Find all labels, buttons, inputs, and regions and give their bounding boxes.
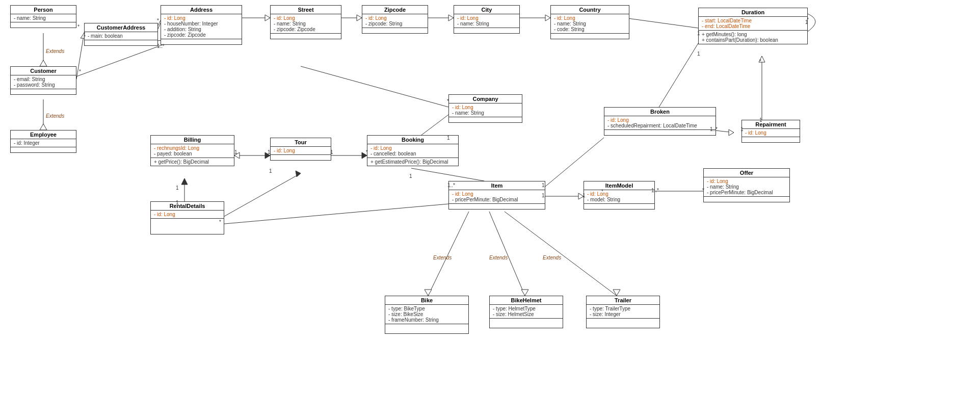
- class-city-attrs: - id: Long - name: String: [454, 14, 519, 28]
- class-person-attrs: - name: String: [11, 14, 76, 22]
- mult-28: *: [759, 59, 761, 64]
- class-billing-header: Billing: [151, 136, 234, 144]
- class-bike: Bike - type: BikeType - size: BikeSize -…: [385, 296, 469, 334]
- class-address-header: Address: [161, 6, 242, 14]
- mult-29: *: [79, 69, 81, 74]
- svg-line-46: [505, 212, 617, 296]
- class-employee-methods: [11, 147, 76, 152]
- mult-12: 1..*: [651, 188, 659, 193]
- mult-25: 1: [697, 51, 700, 57]
- mult-17: 1: [740, 126, 744, 132]
- mult-19: 1: [447, 135, 450, 141]
- class-employee-header: Employee: [11, 130, 76, 139]
- svg-line-29: [657, 43, 698, 110]
- class-item: Item - id: Long - pricePerMinute: BigDec…: [448, 181, 545, 210]
- mult-23: 1: [269, 168, 272, 174]
- class-booking-attrs: - id: Long - cancelled: boolean: [367, 144, 458, 158]
- class-person: Person - name: String: [10, 5, 76, 28]
- class-tour: Tour - id: Long: [270, 138, 331, 161]
- class-zipcode: Zipcode - id: Long - zipcode: String: [362, 5, 428, 34]
- class-itemmodel-methods: [584, 204, 654, 209]
- class-duration-methods: + getMinutes(): long + containsPart(Dura…: [699, 31, 807, 44]
- class-bike-methods: [385, 324, 468, 333]
- class-company: Company - id: Long - name: String: [448, 94, 522, 123]
- svg-marker-28: [729, 129, 734, 136]
- mult-1: *: [77, 24, 80, 30]
- class-country-header: Country: [551, 6, 629, 14]
- class-company-methods: [449, 117, 522, 122]
- mult-9: 1..*: [447, 182, 455, 188]
- class-trailer: Trailer - type: TrailerType - size: Inte…: [586, 296, 660, 328]
- extends-label-2: Extends: [46, 113, 64, 119]
- class-address-methods: [161, 39, 242, 44]
- svg-marker-35: [181, 178, 188, 185]
- mult-5: 1: [268, 149, 271, 155]
- class-billing-attrs: - rechnungsId: Long - payed: boolean: [151, 144, 234, 158]
- mult-8: 1: [409, 173, 412, 179]
- class-duration-attrs: - start: LocalDateTime - end: LocalDateT…: [699, 17, 807, 31]
- class-country: Country - id: Long - name: String - code…: [550, 5, 629, 39]
- diagram-container: Person - name: String CustomerAddress - …: [0, 0, 980, 418]
- svg-marker-43: [425, 290, 432, 296]
- mult-30: *: [157, 18, 159, 23]
- svg-line-44: [489, 212, 525, 296]
- class-zipcode-methods: [362, 28, 428, 33]
- mult-24: 1: [697, 31, 700, 36]
- class-customer-methods: [11, 89, 76, 94]
- class-customer-header: Customer: [11, 67, 76, 75]
- mult-26: 1: [805, 19, 808, 25]
- mult-7: *: [366, 149, 368, 155]
- mult-10: 1: [542, 193, 545, 198]
- class-street-header: Street: [271, 6, 341, 14]
- class-zipcode-attrs: - id: Long - zipcode: String: [362, 14, 428, 28]
- extends-label-1: Extends: [46, 48, 64, 54]
- class-street-attrs: - id: Long - name: String - zipcode: Zip…: [271, 14, 341, 34]
- class-customeraddress: CustomerAddress - main: boolean: [84, 23, 158, 46]
- class-employee: Employee - id: Integer: [10, 130, 76, 153]
- extends-label-3: Extends: [433, 255, 452, 260]
- class-employee-attrs: - id: Integer: [11, 139, 76, 147]
- svg-line-36: [219, 173, 301, 219]
- svg-line-48: [301, 66, 448, 107]
- extends-label-4: Extends: [489, 255, 508, 260]
- mult-14: *: [601, 189, 603, 194]
- class-repairment-header: Repairment: [742, 120, 800, 129]
- class-bike-attrs: - type: BikeType - size: BikeSize - fram…: [385, 305, 468, 324]
- class-repairment-methods: [742, 137, 800, 142]
- class-customeraddress-attrs: - main: boolean: [85, 32, 157, 40]
- svg-marker-14: [545, 15, 550, 21]
- class-duration: Duration - start: LocalDateTime - end: L…: [698, 8, 808, 44]
- class-item-attrs: - id: Long - pricePerMinute: BigDecimal: [449, 190, 545, 204]
- svg-marker-1: [40, 60, 47, 66]
- class-rentaldetails-attrs: - id: Long: [151, 211, 224, 219]
- svg-line-21: [411, 168, 484, 181]
- extends-label-5: Extends: [543, 255, 561, 260]
- class-address: Address - id: Long - houseNumber: Intege…: [161, 5, 242, 45]
- class-booking-header: Booking: [367, 136, 458, 144]
- mult-18: *: [447, 98, 449, 104]
- class-rentaldetails: RentalDetails - id: Long: [150, 201, 224, 234]
- class-itemmodel-attrs: - id: Long - model: String: [584, 190, 654, 204]
- svg-marker-8: [265, 15, 270, 21]
- svg-marker-45: [521, 290, 528, 296]
- class-customer-attrs: - email: String - password: String: [11, 75, 76, 89]
- class-bikehelmet-attrs: - type: HelmetType - size: HelmetSize: [490, 305, 563, 319]
- mult-22: *: [219, 219, 221, 225]
- class-person-header: Person: [11, 6, 76, 14]
- class-billing: Billing - rechnungsId: Long - payed: boo…: [150, 135, 234, 166]
- svg-line-15: [624, 18, 698, 28]
- class-offer-attrs: - id: Long - name: String - pricePerMinu…: [704, 177, 789, 197]
- class-booking-methods: + getEstimatedPrice(): BigDecimal: [367, 158, 458, 166]
- class-customeraddress-methods: [85, 40, 157, 45]
- class-item-header: Item: [449, 181, 545, 190]
- class-bikehelmet-header: BikeHelmet: [490, 296, 563, 305]
- class-street-methods: [271, 34, 341, 39]
- class-city: City - id: Long - name: String: [454, 5, 520, 34]
- mult-27: 1: [759, 117, 762, 123]
- class-duration-header: Duration: [699, 8, 807, 17]
- class-rentaldetails-header: RentalDetails: [151, 202, 224, 211]
- class-street: Street - id: Long - name: String - zipco…: [270, 5, 341, 39]
- class-trailer-attrs: - type: TrailerType - size: Integer: [587, 305, 659, 319]
- class-tour-attrs: - id: Long: [271, 147, 331, 155]
- class-rentaldetails-methods: [151, 219, 224, 234]
